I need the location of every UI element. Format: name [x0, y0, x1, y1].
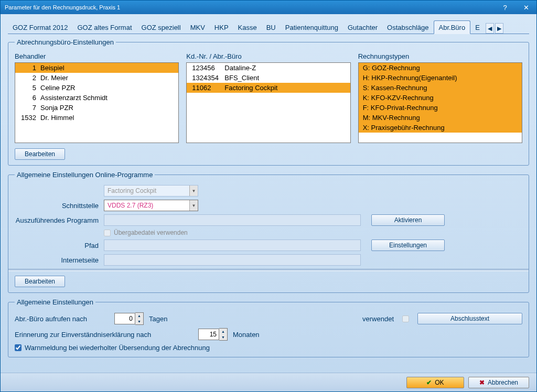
warn-checkbox[interactable] [15, 344, 22, 351]
spin-down-icon[interactable]: ▼ [135, 319, 143, 324]
list-item: M: MKV-Rechnung [359, 113, 522, 123]
cancel-button[interactable]: ✖ Abbrechen [468, 377, 529, 388]
pfad-label: Pfad [15, 242, 104, 249]
behandler-list[interactable]: 1Beispiel 2Dr. Meier 5Celine PZR 6Assist… [15, 62, 179, 143]
edit-online-button[interactable]: Bearbeiten [15, 276, 65, 287]
group-online-legend: Allgemeine Einstellungen Online-Programm… [15, 171, 155, 179]
tab-goz-alt[interactable]: GOZ altes Format [72, 21, 136, 34]
list-item: S: Kassen-Rechnung [359, 83, 522, 93]
tab-patientenquittung[interactable]: Patientenquittung [281, 21, 343, 34]
list-item: G: GOZ-Rechnung [359, 63, 522, 73]
list-item: 6Assistenzarzt Schmidt [15, 93, 178, 103]
activate-button[interactable]: Aktivieren [371, 214, 445, 226]
exec-label: Auszuführendes Programm [15, 216, 104, 224]
call-unit: Tagen [149, 315, 167, 323]
call-label: Abr.-Büro aufrufen nach [15, 315, 109, 323]
warn-label: Warnmeldung bei wiederholter Übersendung… [25, 344, 210, 352]
list-item: K: KFO-KZV-Rechnung [359, 93, 522, 103]
titlebar: Parameter für den Rechnungsdruck, Praxis… [1, 1, 536, 14]
exec-field [104, 214, 361, 226]
edit-behandler-button[interactable]: Bearbeiten [15, 148, 65, 160]
reminder-months-spinner[interactable]: ▲▼ [198, 328, 228, 341]
list-item: H: HKP-Rechnung(Eigenanteil) [359, 73, 522, 83]
list-item: 5Celine PZR [15, 83, 178, 93]
cross-icon: ✖ [479, 379, 485, 386]
reminder-unit: Monaten [233, 331, 260, 339]
group-abr-buero: Abrechnungsbüro-Einstellungen Behandler … [8, 38, 529, 166]
schnittstelle-label: Schnittstelle [15, 202, 104, 210]
list-item: 2Dr. Meier [15, 73, 178, 83]
behandler-label: Behandler [15, 52, 179, 60]
list-item: F: KFO-Privat-Rechnung [359, 103, 522, 113]
group-online-programs: Allgemeine Einstellungen Online-Programm… [8, 171, 529, 293]
check-icon: ✔ [426, 379, 432, 386]
list-item: 1324354BFS_Client [187, 73, 350, 83]
types-label: Rechnungstypen [358, 52, 522, 60]
tab-goz-speziell[interactable]: GOZ speziell [137, 21, 186, 34]
tab-gutachter[interactable]: Gutachter [343, 21, 382, 34]
call-days-spinner[interactable]: ▲▼ [114, 312, 144, 325]
divider [8, 269, 529, 271]
list-item: 11062Factoring Cockpit [187, 83, 350, 93]
window-title: Parameter für den Rechnungsdruck, Praxis… [5, 4, 120, 10]
list-item: 1Beispiel [15, 63, 178, 73]
abschlusstext-button[interactable]: Abschlusstext [417, 313, 522, 324]
settings-button[interactable]: Einstellungen [371, 239, 445, 251]
list-item: 123456Dataline-Z [187, 63, 350, 73]
transfer-file-row: Übergabedatei verwenden [104, 229, 361, 236]
types-list[interactable]: G: GOZ-Rechnung H: HKP-Rechnung(Eigenant… [358, 62, 522, 143]
group-abr-buero-legend: Abrechnungsbüro-Einstellungen [15, 38, 116, 46]
tab-bu[interactable]: BU [262, 21, 281, 34]
chevron-down-icon: ▼ [189, 186, 198, 196]
inet-field [104, 254, 361, 266]
dialog-footer: ✔ OK ✖ Abbrechen [1, 373, 536, 391]
spin-up-icon[interactable]: ▲ [135, 313, 143, 319]
group-general-legend: Allgemeine Einstellungen [15, 298, 95, 306]
tab-hkp[interactable]: HKP [210, 21, 233, 34]
tab-bar: GOZ Format 2012 GOZ altes Format GOZ spe… [8, 19, 529, 34]
reminder-label: Erinnerung zur Einverständniserklärung n… [15, 331, 193, 339]
kd-list[interactable]: 123456Dataline-Z 1324354BFS_Client 11062… [186, 62, 350, 143]
ok-button[interactable]: ✔ OK [406, 377, 464, 388]
list-item: 7Sonja PZR [15, 103, 178, 113]
used-label: verwendet [362, 315, 394, 323]
tab-goz-2012[interactable]: GOZ Format 2012 [8, 21, 72, 34]
kd-label: Kd.-Nr. / Abr.-Büro [186, 52, 350, 60]
tab-scroll-right[interactable]: ▶ [495, 23, 503, 34]
dialog-window: Parameter für den Rechnungsdruck, Praxis… [0, 0, 537, 392]
tab-kasse[interactable]: Kasse [233, 21, 262, 34]
call-days-input[interactable] [114, 313, 135, 324]
list-item: X: Praxisgebühr-Rechnung [359, 123, 522, 133]
spin-down-icon[interactable]: ▼ [219, 334, 227, 340]
program-select: Factoring Cockpit ▼ [104, 185, 198, 197]
chevron-down-icon[interactable]: ▼ [189, 200, 198, 211]
pfad-field [104, 239, 361, 251]
tab-ostabschlaege[interactable]: Ostabschläge [382, 21, 434, 34]
close-button[interactable]: ✕ [515, 1, 536, 14]
transfer-file-checkbox [104, 230, 111, 236]
schnittstelle-select[interactable]: VDDS 2.7 (RZ3) ▼ [104, 200, 198, 211]
inet-label: Internetseite [15, 256, 104, 264]
tab-abr-buero[interactable]: Abr.Büro [434, 20, 471, 34]
tab-mkv[interactable]: MKV [186, 21, 210, 34]
spin-up-icon[interactable]: ▲ [219, 329, 227, 334]
tab-scroll-left[interactable]: ◀ [486, 23, 494, 34]
reminder-months-input[interactable] [198, 329, 219, 340]
tab-e[interactable]: E [470, 21, 485, 34]
used-checkbox [402, 315, 409, 322]
content-area: GOZ Format 2012 GOZ altes Format GOZ spe… [1, 14, 536, 391]
list-item: 1532Dr. Himmel [15, 113, 178, 123]
group-general: Allgemeine Einstellungen Abr.-Büro aufru… [8, 298, 529, 357]
help-button[interactable]: ? [495, 1, 515, 14]
